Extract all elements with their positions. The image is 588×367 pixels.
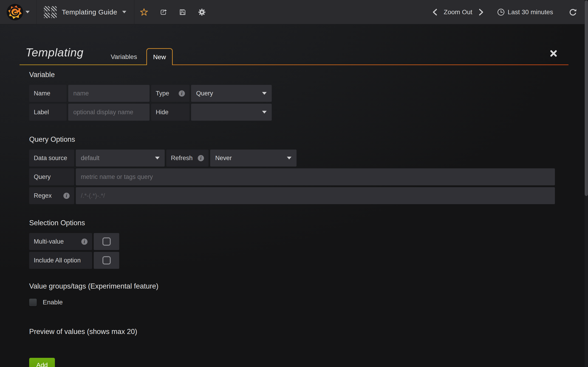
datasource-select[interactable]: default bbox=[76, 150, 165, 167]
hide-label: Hide bbox=[151, 104, 190, 121]
name-label: Name bbox=[29, 85, 67, 102]
page-title: Templating bbox=[26, 46, 84, 59]
share-button[interactable] bbox=[154, 0, 173, 24]
clock-icon bbox=[497, 8, 505, 16]
query-label: Query bbox=[29, 168, 74, 185]
star-button[interactable] bbox=[134, 0, 154, 24]
header-underline-left bbox=[19, 65, 146, 65]
caret-down-icon bbox=[262, 92, 267, 95]
save-button[interactable] bbox=[173, 0, 192, 24]
refresh-select-value: Never bbox=[215, 155, 232, 162]
regex-label: Regex i bbox=[29, 187, 74, 204]
include-all-row: Include All option bbox=[29, 252, 569, 269]
multi-value-label-text: Multi-value bbox=[34, 238, 64, 245]
regex-row: Regex i bbox=[29, 187, 569, 204]
hide-select[interactable] bbox=[191, 104, 272, 121]
dashboard-icon bbox=[44, 6, 57, 18]
query-input[interactable] bbox=[76, 168, 555, 185]
include-all-checkbox[interactable] bbox=[94, 252, 119, 269]
vertical-scrollbar bbox=[585, 0, 588, 367]
grafana-logo-icon bbox=[7, 4, 23, 20]
type-label-text: Type bbox=[156, 90, 169, 97]
chevron-right-icon[interactable] bbox=[478, 8, 484, 16]
label-label: Label bbox=[29, 104, 67, 121]
datasource-label: Data source bbox=[29, 150, 74, 167]
settings-button[interactable] bbox=[192, 0, 212, 24]
variable-label-row: Label Hide bbox=[29, 104, 569, 121]
caret-down-icon bbox=[262, 111, 267, 114]
caret-down-icon bbox=[122, 11, 126, 13]
enable-row: Enable bbox=[29, 298, 569, 307]
refresh-icon bbox=[569, 8, 577, 16]
enable-checkbox[interactable] bbox=[29, 299, 37, 306]
tab-variables[interactable]: Variables bbox=[111, 53, 137, 60]
datasource-select-value: default bbox=[81, 155, 99, 162]
refresh-select[interactable]: Never bbox=[210, 150, 296, 167]
datasource-row: Data source default Refresh i Never bbox=[29, 150, 569, 167]
query-row: Query bbox=[29, 168, 569, 185]
add-button[interactable]: Add bbox=[29, 358, 55, 367]
hide-label-text: Hide bbox=[156, 109, 169, 116]
caret-down-icon bbox=[287, 157, 292, 159]
multi-value-label: Multi-value i bbox=[29, 233, 92, 250]
regex-input[interactable] bbox=[76, 187, 555, 204]
type-select-value: Query bbox=[196, 90, 213, 97]
refresh-label-text: Refresh bbox=[171, 155, 193, 162]
info-icon[interactable]: i bbox=[63, 193, 69, 199]
multi-value-checkbox[interactable] bbox=[94, 233, 119, 250]
grafana-menu-button[interactable] bbox=[0, 0, 36, 24]
enable-label: Enable bbox=[43, 299, 63, 306]
checkbox-unchecked-icon bbox=[103, 256, 111, 265]
info-icon[interactable]: i bbox=[81, 239, 87, 245]
info-icon[interactable]: i bbox=[198, 155, 204, 161]
header-underline-right bbox=[173, 65, 569, 65]
include-all-label: Include All option bbox=[29, 252, 92, 269]
variable-section-heading: Variable bbox=[29, 71, 569, 79]
type-select[interactable]: Query bbox=[191, 85, 272, 102]
query-options-heading: Query Options bbox=[29, 135, 569, 144]
dashboard-title-dropdown[interactable]: Templating Guide bbox=[36, 0, 134, 24]
gear-icon bbox=[198, 8, 206, 16]
regex-label-text: Regex bbox=[34, 192, 52, 199]
top-navbar: Templating Guide bbox=[0, 0, 588, 24]
checkbox-unchecked-icon bbox=[103, 237, 111, 246]
star-icon bbox=[140, 8, 148, 16]
info-icon[interactable]: i bbox=[179, 90, 185, 97]
dashboard-title: Templating Guide bbox=[62, 8, 117, 16]
share-icon bbox=[159, 8, 167, 16]
zoom-out-button[interactable]: Zoom Out bbox=[444, 8, 472, 16]
close-icon[interactable] bbox=[550, 50, 557, 57]
templating-header: Templating Variables New bbox=[19, 24, 569, 65]
caret-down-icon bbox=[155, 157, 160, 159]
chevron-left-icon[interactable] bbox=[432, 8, 438, 16]
value-groups-heading: Value groups/tags (Experimental feature) bbox=[29, 282, 569, 290]
scrollbar-thumb[interactable] bbox=[585, 0, 588, 196]
name-input[interactable] bbox=[68, 85, 149, 102]
multi-value-row: Multi-value i bbox=[29, 233, 569, 250]
variable-name-row: Name Type i Query bbox=[29, 85, 569, 102]
refresh-button[interactable] bbox=[569, 8, 577, 16]
tab-new[interactable]: New bbox=[146, 48, 173, 65]
type-label: Type i bbox=[151, 85, 190, 102]
save-icon bbox=[179, 8, 187, 16]
time-range-label: Last 30 minutes bbox=[508, 8, 553, 16]
selection-options-heading: Selection Options bbox=[29, 219, 569, 227]
label-input[interactable] bbox=[68, 104, 149, 121]
refresh-label: Refresh i bbox=[166, 150, 208, 167]
caret-down-icon bbox=[26, 11, 30, 13]
time-range-picker[interactable]: Last 30 minutes bbox=[497, 8, 553, 16]
preview-heading: Preview of values (shows max 20) bbox=[29, 327, 569, 336]
